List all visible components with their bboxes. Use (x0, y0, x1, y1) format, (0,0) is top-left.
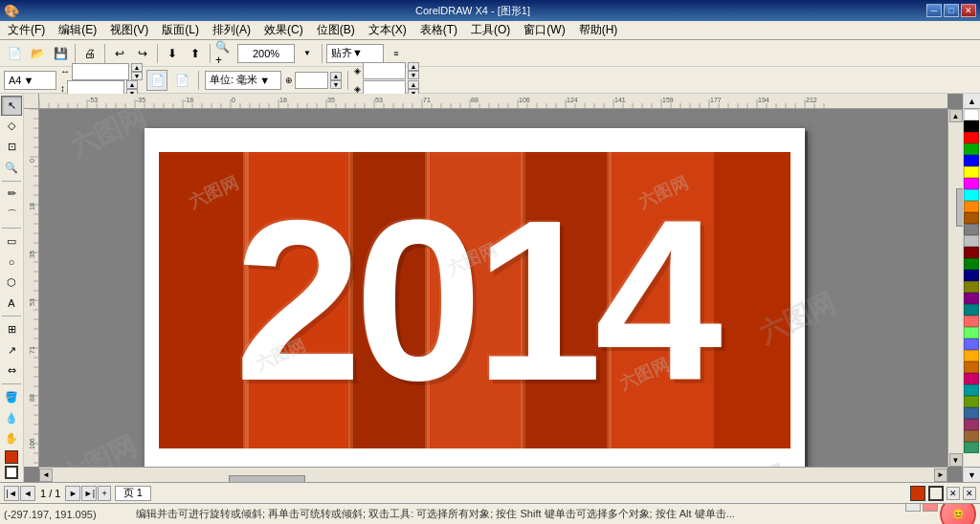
color-gray[interactable] (964, 224, 979, 235)
color-dark-green[interactable] (964, 258, 979, 270)
tool-text[interactable]: A (1, 294, 22, 314)
scroll-up-button[interactable]: ▲ (949, 109, 963, 122)
color-yellow-green[interactable] (964, 396, 979, 407)
color-light-green[interactable] (964, 327, 979, 338)
status-icon-1[interactable] (905, 503, 921, 512)
artwork[interactable]: 2014 六图网 六图网 六图网 六图网 六图网 (159, 152, 791, 448)
color-black[interactable] (964, 120, 979, 132)
menu-view[interactable]: 视图(V) (104, 21, 154, 39)
menu-file[interactable]: 文件(F) (2, 21, 51, 39)
tool-ellipse[interactable]: ○ (1, 251, 22, 272)
palette-scroll-down[interactable]: ▼ (964, 467, 980, 482)
menu-window[interactable]: 窗口(W) (518, 21, 570, 39)
menu-tools[interactable]: 工具(O) (465, 21, 516, 39)
maximize-button[interactable]: □ (944, 4, 959, 17)
export-button[interactable]: ⬆ (185, 43, 206, 64)
print-button[interactable]: 🖨 (79, 43, 100, 64)
color-cyan[interactable] (964, 189, 979, 201)
menu-text[interactable]: 文本(X) (363, 21, 412, 39)
width-down[interactable]: ▼ (131, 72, 143, 80)
color-dark-orange[interactable] (964, 361, 979, 373)
canvas-content[interactable]: 2014 六图网 六图网 六图网 六图网 六图网 六图网 六图网 六图网 六图网 (39, 109, 947, 467)
color-red[interactable] (964, 132, 979, 143)
color-amber[interactable] (964, 350, 979, 361)
menu-help[interactable]: 帮助(H) (573, 21, 624, 39)
color-orange[interactable] (964, 201, 979, 212)
color-mauve[interactable] (964, 419, 979, 430)
page-next-button[interactable]: ► (65, 486, 80, 501)
user-avatar[interactable]: 😊 (940, 503, 976, 524)
zoom-dropdown[interactable]: ▼ (297, 43, 318, 64)
color-yellow[interactable] (964, 166, 979, 178)
undo-button[interactable]: ↩ (109, 43, 130, 64)
tool-select[interactable]: ↖ (1, 96, 22, 116)
color-brown[interactable] (964, 212, 979, 224)
canvas-area[interactable]: -53-35-180183553718810612414115917719421… (24, 94, 963, 482)
save-button[interactable]: 💾 (50, 43, 71, 64)
tool-dropper[interactable]: 💧 (1, 408, 22, 428)
palette-scroll-up[interactable]: ▲ (964, 94, 980, 109)
landscape-button[interactable]: 📄 (171, 70, 192, 91)
tool-polygon[interactable]: ⬡ (1, 273, 22, 293)
color-navy[interactable] (964, 270, 979, 281)
width-up[interactable]: ▲ (131, 63, 143, 72)
tool-pan[interactable]: ✋ (1, 428, 22, 448)
current-fill[interactable] (910, 486, 925, 501)
tool-zoom[interactable]: 🔍 (1, 158, 22, 178)
open-button[interactable]: 📂 (27, 43, 48, 64)
page-add-button[interactable]: + (98, 486, 110, 501)
current-stroke[interactable] (928, 486, 944, 501)
page-first-button[interactable]: |◄ (4, 486, 19, 501)
tool-rectangle[interactable]: ▭ (1, 231, 22, 251)
tool-freehand[interactable]: ✏ (1, 185, 22, 205)
unit-dropdown[interactable]: 单位: 毫米 ▼ (205, 71, 281, 90)
zoom-in-button[interactable]: 🔍+ (214, 43, 235, 64)
color-green[interactable] (964, 143, 979, 155)
color-tan[interactable] (964, 430, 979, 442)
scroll-thumb-v[interactable] (956, 188, 964, 227)
fill-none-button[interactable]: ✕ (947, 487, 960, 500)
color-light-blue[interactable] (964, 338, 979, 350)
nudge-input[interactable]: .1mm (295, 72, 328, 89)
stroke-color-box[interactable] (5, 466, 18, 479)
scroll-right-button[interactable]: ► (934, 469, 947, 482)
tool-connector[interactable]: ↗ (1, 340, 22, 360)
page-last-button[interactable]: ►| (81, 486, 97, 501)
stroke-none-button[interactable]: ✕ (963, 487, 976, 500)
color-sea-green[interactable] (964, 442, 979, 453)
page-tab-1[interactable]: 页 1 (115, 486, 151, 501)
color-magenta[interactable] (964, 178, 979, 189)
scroll-left-button[interactable]: ◄ (39, 469, 53, 482)
zoom-level[interactable]: 200% (237, 44, 295, 63)
scroll-down-button[interactable]: ▼ (949, 453, 963, 467)
tool-dimension[interactable]: ⇔ (1, 361, 22, 382)
color-maroon[interactable] (964, 247, 979, 258)
color-teal[interactable] (964, 304, 979, 316)
drawing-page[interactable]: 2014 六图网 六图网 六图网 六图网 六图网 (145, 128, 805, 467)
import-button[interactable]: ⬇ (162, 43, 183, 64)
nudge-down[interactable]: ▼ (330, 80, 342, 89)
height-up[interactable]: ▲ (126, 80, 138, 89)
color-steel-blue[interactable] (964, 407, 979, 419)
size1-down[interactable]: ▼ (408, 71, 419, 79)
menu-layout[interactable]: 版面(L) (156, 21, 205, 39)
vertical-scrollbar[interactable]: ▲ ▼ (947, 109, 963, 467)
color-dark-cyan[interactable] (964, 384, 979, 396)
redo-button[interactable]: ↪ (132, 43, 153, 64)
color-pink[interactable] (964, 373, 979, 384)
tool-fill[interactable]: 🪣 (1, 387, 22, 407)
menu-arrange[interactable]: 排列(A) (207, 21, 256, 39)
tool-table[interactable]: ⊞ (1, 319, 22, 339)
color-olive[interactable] (964, 281, 979, 293)
color-white[interactable] (964, 109, 979, 120)
status-icon-2[interactable] (923, 503, 938, 512)
color-silver[interactable] (964, 235, 979, 247)
menu-table[interactable]: 表格(T) (414, 21, 463, 39)
tool-shape[interactable]: ◇ (1, 117, 22, 137)
menu-bitmap[interactable]: 位图(B) (311, 21, 361, 39)
tool-smart[interactable]: ⌒ (1, 205, 22, 225)
menu-effects[interactable]: 效果(C) (258, 21, 309, 39)
new-button[interactable]: 📄 (4, 43, 25, 64)
color-purple[interactable] (964, 293, 979, 304)
tool-crop[interactable]: ⊡ (1, 137, 22, 157)
